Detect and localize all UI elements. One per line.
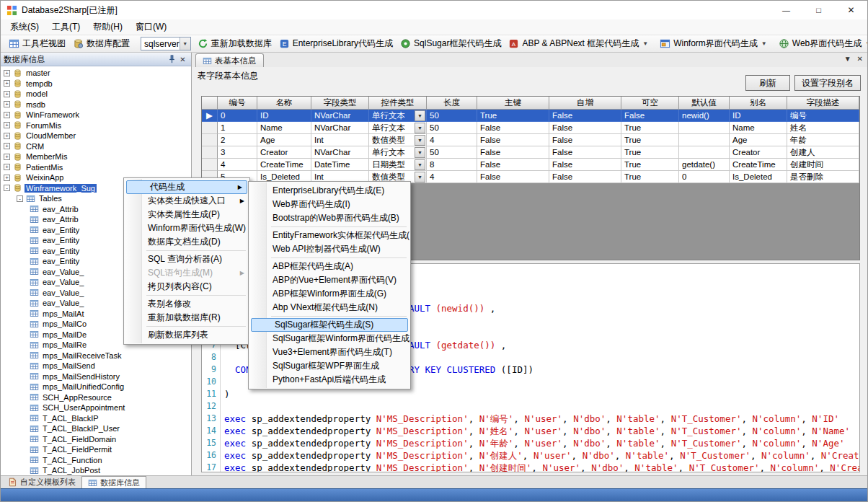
grid-cell[interactable]: 0 bbox=[218, 110, 257, 122]
grid-column-header[interactable]: 控件类型 bbox=[369, 97, 427, 110]
grid-column-header[interactable]: 长度 bbox=[427, 97, 477, 110]
cell-dropdown-icon[interactable]: ▼ bbox=[415, 123, 425, 133]
toolbar-button-web[interactable]: Web界面代码生成▼ bbox=[775, 36, 868, 51]
context-menu-item-13[interactable]: 刷新数据库列表 bbox=[125, 328, 249, 342]
minimize-button[interactable]: — bbox=[770, 1, 802, 19]
grid-cell[interactable]: 创建时间 bbox=[787, 159, 859, 171]
tree-node-table[interactable]: mps_MailSend bbox=[1, 361, 191, 371]
context-menu-item-7[interactable]: SQL语句生成(M)▶ bbox=[125, 266, 249, 280]
grid-cell[interactable]: False bbox=[549, 171, 621, 183]
grid-cell[interactable]: NVarChar bbox=[311, 122, 369, 134]
submenu-item-15[interactable]: SqlSugar框架WPF界面生成 bbox=[249, 359, 409, 373]
tree-node-table[interactable]: T_ACL_Function bbox=[1, 455, 191, 466]
tree-node-table[interactable]: T_ACL_JobPost bbox=[1, 465, 191, 475]
tree-node-table[interactable]: T_ACL_FieldPermit bbox=[1, 444, 191, 455]
grid-cell[interactable]: ID bbox=[257, 110, 311, 122]
tree-node-table[interactable]: SCH_UserAppointment bbox=[1, 402, 191, 413]
grid-cell[interactable]: 数值类型▼ bbox=[369, 134, 427, 146]
grid-column-header[interactable]: 名称 bbox=[257, 97, 311, 110]
close-button[interactable]: ✕ bbox=[835, 1, 867, 19]
expand-icon[interactable]: + bbox=[4, 101, 10, 107]
submenu-item-10[interactable]: Abp VNext框架代码生成(N) bbox=[249, 301, 409, 314]
grid-cell[interactable]: Age bbox=[257, 134, 311, 146]
bottom-tab-0[interactable]: 自定义模板列表 bbox=[2, 476, 81, 488]
expand-icon[interactable]: + bbox=[4, 133, 10, 139]
grid-cell[interactable]: 单行文本▼ bbox=[369, 146, 427, 159]
grid-cell[interactable]: Is_Deleted bbox=[730, 171, 787, 183]
context-menu-item-0[interactable]: 代码生成▶ bbox=[126, 180, 247, 194]
close-document-icon[interactable]: ✕ bbox=[857, 55, 863, 63]
dropdown-arrow-icon[interactable]: ▼ bbox=[865, 40, 868, 47]
database-type-combo[interactable]: sqlserver▼ bbox=[141, 37, 191, 50]
grid-cell[interactable]: 2 bbox=[218, 134, 257, 146]
set-field-alias-button[interactable]: 设置字段别名 bbox=[794, 75, 861, 91]
toolbar-button-dbconfig[interactable]: 数据库配置 bbox=[69, 36, 133, 51]
menubar-item-2[interactable]: 帮助(H) bbox=[87, 19, 129, 35]
refresh-button[interactable]: 刷新 bbox=[745, 75, 790, 91]
cell-dropdown-icon[interactable]: ▼ bbox=[415, 135, 425, 146]
grid-cell[interactable]: Age bbox=[730, 134, 787, 146]
submenu-item-2[interactable]: Bootstrap的Web界面代码生成(B) bbox=[249, 211, 409, 225]
grid-cell[interactable] bbox=[679, 146, 730, 159]
pin-icon[interactable] bbox=[167, 54, 177, 65]
expand-icon[interactable]: + bbox=[4, 154, 10, 160]
cell-dropdown-icon[interactable]: ▼ bbox=[415, 159, 425, 170]
grid-cell[interactable]: DateTime bbox=[311, 159, 369, 171]
expand-icon[interactable]: + bbox=[4, 164, 10, 170]
tree-node-table[interactable]: SCH_AppResource bbox=[1, 392, 191, 403]
grid-cell[interactable]: CreateTime bbox=[257, 159, 311, 171]
tree-node-table[interactable]: mps_MailReceiveTask bbox=[1, 351, 191, 361]
grid-column-header[interactable]: 字段类型 bbox=[311, 97, 369, 110]
maximize-button[interactable]: □ bbox=[802, 1, 835, 19]
grid-cell[interactable]: 1 bbox=[218, 122, 257, 134]
grid-cell[interactable]: newid() bbox=[679, 110, 730, 122]
expand-icon[interactable]: + bbox=[4, 175, 10, 181]
grid-cell[interactable]: True bbox=[621, 146, 679, 159]
tree-node-database[interactable]: +msdb bbox=[1, 100, 191, 110]
context-menu-item-10[interactable]: 表别名修改 bbox=[125, 297, 249, 311]
grid-cell[interactable]: False bbox=[477, 159, 549, 171]
grid-cell[interactable] bbox=[679, 134, 730, 146]
tree-node-table[interactable]: mps_MailUnifiedConfig bbox=[1, 382, 191, 392]
grid-cell[interactable]: 日期类型▼ bbox=[369, 159, 427, 171]
grid-cell[interactable]: 单行文本▼ bbox=[369, 122, 427, 134]
grid-cell[interactable]: 4 bbox=[427, 134, 477, 146]
submenu-item-7[interactable]: ABP框架代码生成(A) bbox=[249, 260, 409, 273]
submenu-item-4[interactable]: EntityFramework实体框架代码生成(F) bbox=[249, 229, 409, 242]
grid-cell[interactable] bbox=[679, 122, 730, 134]
grid-cell[interactable]: False bbox=[477, 146, 549, 159]
grid-column-header[interactable]: 自增 bbox=[549, 97, 621, 110]
toolbar-button-sugar[interactable]: SqlSugar框架代码生成 bbox=[397, 36, 505, 51]
submenu-item-5[interactable]: Web API控制器代码生成(W) bbox=[249, 242, 409, 256]
grid-cell[interactable]: NVarChar bbox=[311, 110, 369, 122]
tree-node-database[interactable]: +MemberMis bbox=[1, 151, 191, 162]
tree-node-database[interactable]: +ForumMis bbox=[1, 120, 191, 131]
tree-node-database[interactable]: +WinFramework bbox=[1, 110, 191, 120]
grid-column-header[interactable]: 主键 bbox=[477, 97, 549, 110]
tree-node-table[interactable]: T_ACL_BlackIP_User bbox=[1, 423, 191, 434]
chevron-down-icon[interactable]: ▼ bbox=[844, 55, 851, 63]
submenu-item-12[interactable]: SqlSugar框架代码生成(S) bbox=[251, 318, 408, 332]
tree-node-table[interactable]: mps_MailSendHistory bbox=[1, 371, 191, 382]
tree-node-database[interactable]: +CRM bbox=[1, 141, 191, 152]
context-menu-item-8[interactable]: 拷贝列表内容(C) bbox=[125, 280, 249, 294]
toolbar-button-grid[interactable]: 工具栏视图 bbox=[5, 36, 69, 51]
toolbar-button-abp[interactable]: AABP & ABPNext 框架代码生成▼ bbox=[505, 36, 652, 51]
submenu-item-1[interactable]: Web界面代码生成(I) bbox=[249, 198, 409, 211]
grid-cell[interactable]: Creator bbox=[730, 146, 787, 159]
cell-dropdown-icon[interactable]: ▼ bbox=[415, 172, 425, 182]
tree-node-table[interactable]: T_ACL_BlackIP bbox=[1, 413, 191, 424]
context-menu-item-3[interactable]: Winform界面代码生成(W) bbox=[125, 221, 249, 235]
dropdown-arrow-icon[interactable]: ▼ bbox=[761, 40, 767, 47]
grid-cell[interactable]: 50 bbox=[427, 122, 477, 134]
expand-icon[interactable]: + bbox=[4, 112, 10, 118]
tree-node-database[interactable]: +PatientMis bbox=[1, 162, 191, 173]
menubar-item-1[interactable]: 工具(T) bbox=[45, 19, 87, 35]
grid-cell[interactable]: 3 bbox=[218, 146, 257, 159]
expand-icon[interactable]: + bbox=[4, 70, 10, 76]
grid-cell[interactable]: 姓名 bbox=[787, 122, 859, 134]
tab-table-basic-info[interactable]: 表基本信息 bbox=[195, 53, 264, 67]
grid-cell[interactable]: False bbox=[549, 146, 621, 159]
grid-cell[interactable]: True bbox=[621, 122, 679, 134]
submenu-item-16[interactable]: Python+FastApi后端代码生成 bbox=[249, 373, 409, 387]
